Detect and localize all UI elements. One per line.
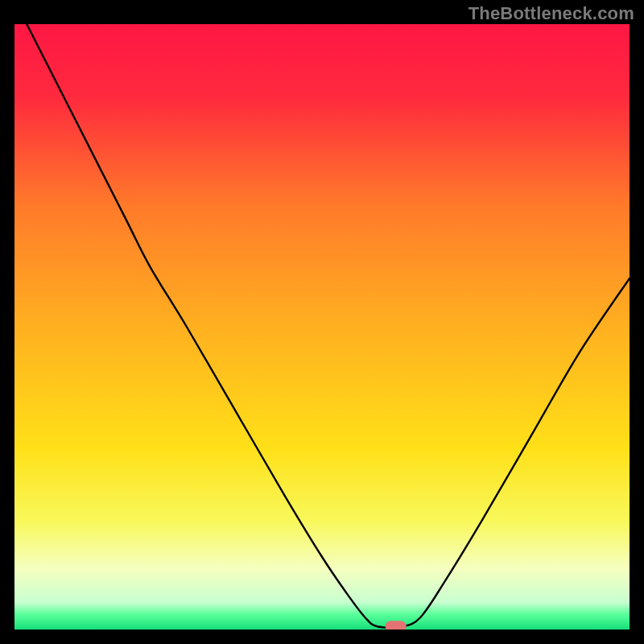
bottleneck-chart: TheBottleneck.com <box>0 0 644 644</box>
plot-svg <box>14 24 630 630</box>
watermark-text: TheBottleneck.com <box>469 3 634 24</box>
plot-frame <box>14 24 630 630</box>
svg-rect-0 <box>14 24 630 630</box>
your-hardware-marker <box>386 621 407 630</box>
